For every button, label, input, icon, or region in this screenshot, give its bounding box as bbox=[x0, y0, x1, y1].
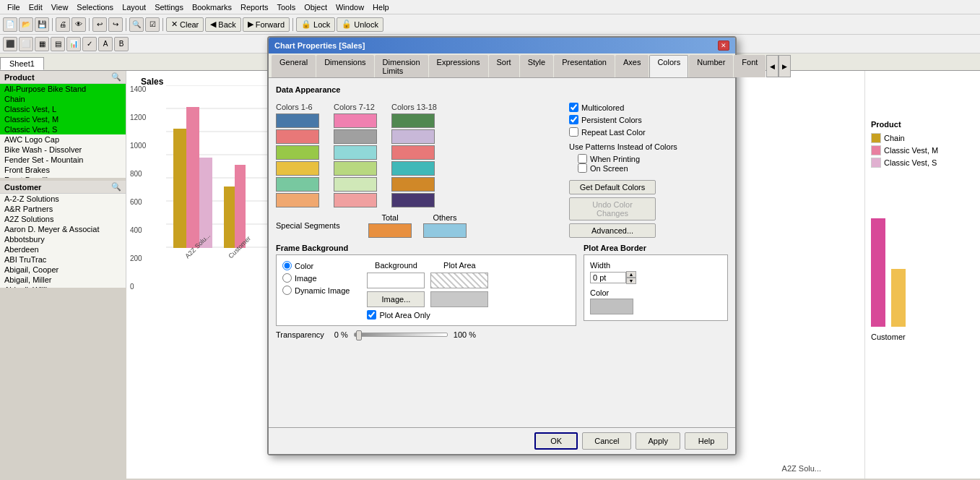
when-printing-checkbox[interactable] bbox=[578, 154, 587, 163]
image-btn[interactable]: Image... bbox=[367, 291, 425, 307]
color-swatch-12[interactable] bbox=[334, 193, 377, 207]
plot-area-only-checkbox[interactable] bbox=[367, 310, 376, 320]
product-item-6[interactable]: Bike Wash - Dissolver bbox=[0, 145, 126, 155]
advanced-btn[interactable]: Advanced... bbox=[569, 223, 656, 238]
color-swatch-9[interactable] bbox=[334, 145, 377, 160]
tab-nav-right[interactable]: ▶ bbox=[779, 55, 791, 77]
customer-item-3[interactable]: Aaron D. Meyer & Associat bbox=[0, 224, 126, 234]
ok-btn[interactable]: OK bbox=[534, 432, 578, 450]
color-swatch-14[interactable] bbox=[391, 129, 435, 144]
apply-btn[interactable]: Apply bbox=[636, 432, 680, 450]
image-radio[interactable] bbox=[282, 273, 292, 283]
customer-item-1[interactable]: A&R Partners bbox=[0, 204, 126, 214]
customer-item-5[interactable]: Aberdeen bbox=[0, 244, 126, 254]
color-swatch-16[interactable] bbox=[391, 161, 435, 176]
color-radio-item[interactable]: Color bbox=[282, 261, 350, 270]
tb2-btn3[interactable]: ▦ bbox=[35, 37, 49, 51]
tab-axes[interactable]: Axes bbox=[615, 55, 649, 77]
select-btn[interactable]: ☑ bbox=[145, 17, 160, 32]
search-btn[interactable]: 🔍 bbox=[129, 17, 144, 32]
open-btn[interactable]: 📂 bbox=[19, 17, 33, 32]
color-swatch-3[interactable] bbox=[276, 145, 319, 160]
color-swatch-1[interactable] bbox=[276, 113, 319, 128]
tab-dimension-limits[interactable]: Dimension Limits bbox=[375, 55, 428, 77]
customer-item-4[interactable]: Abbotsbury bbox=[0, 234, 126, 244]
color-swatch-15[interactable] bbox=[391, 145, 435, 160]
color-swatch-4[interactable] bbox=[276, 161, 319, 176]
tab-colors[interactable]: Colors bbox=[649, 55, 688, 77]
product-item-2[interactable]: Classic Vest, L bbox=[0, 104, 126, 114]
menu-object[interactable]: Object bbox=[300, 2, 331, 12]
menu-reports[interactable]: Reports bbox=[236, 2, 273, 12]
tb2-btn5[interactable]: 📊 bbox=[66, 37, 81, 51]
tab-dimensions[interactable]: Dimensions bbox=[316, 55, 373, 77]
product-item-1[interactable]: Chain bbox=[0, 94, 126, 104]
on-screen-checkbox[interactable] bbox=[578, 163, 587, 173]
dynamic-image-radio-item[interactable]: Dynamic Image bbox=[282, 286, 350, 295]
total-color-swatch[interactable] bbox=[368, 223, 412, 238]
forward-btn[interactable]: ▶ Forward bbox=[243, 17, 290, 32]
dialog-close-btn[interactable]: ✕ bbox=[718, 40, 729, 51]
tab-sort[interactable]: Sort bbox=[489, 55, 519, 77]
background-color-swatch[interactable] bbox=[367, 273, 425, 288]
redo-btn[interactable]: ↪ bbox=[108, 17, 123, 32]
undo-color-changes-btn[interactable]: Undo Color Changes bbox=[569, 197, 656, 220]
menu-file[interactable]: File bbox=[3, 2, 25, 12]
tb2-btn6[interactable]: ✓ bbox=[82, 37, 97, 51]
clear-btn[interactable]: ✕ Clear bbox=[166, 17, 204, 32]
menu-layout[interactable]: Layout bbox=[118, 2, 150, 12]
save-btn[interactable]: 💾 bbox=[35, 17, 49, 32]
customer-item-2[interactable]: A2Z Solutions bbox=[0, 214, 126, 224]
multicolored-checkbox[interactable] bbox=[569, 103, 578, 112]
cancel-btn[interactable]: Cancel bbox=[582, 432, 631, 450]
tab-nav-left[interactable]: ◀ bbox=[766, 55, 779, 77]
tab-presentation[interactable]: Presentation bbox=[554, 55, 615, 77]
transparency-slider-track[interactable] bbox=[354, 333, 448, 337]
product-item-7[interactable]: Fender Set - Mountain bbox=[0, 155, 126, 165]
spinbox-up[interactable]: ▲ bbox=[626, 271, 636, 278]
menu-edit[interactable]: Edit bbox=[25, 2, 47, 12]
unlock-btn[interactable]: 🔓 Unlock bbox=[337, 17, 383, 32]
dynamic-image-radio[interactable] bbox=[282, 286, 292, 295]
image-radio-item[interactable]: Image bbox=[282, 273, 350, 283]
undo-btn[interactable]: ↩ bbox=[92, 17, 107, 32]
color-swatch-13[interactable] bbox=[391, 113, 435, 128]
menu-tools[interactable]: Tools bbox=[272, 2, 300, 12]
others-color-swatch[interactable] bbox=[423, 223, 467, 238]
customer-item-6[interactable]: ABI TruTrac bbox=[0, 254, 126, 265]
customer-item-8[interactable]: Abigail, Miller bbox=[0, 275, 126, 285]
tb2-btn7[interactable]: A bbox=[98, 37, 113, 51]
menu-view[interactable]: View bbox=[47, 2, 73, 12]
product-item-0[interactable]: All-Purpose Bike Stand bbox=[0, 84, 126, 94]
customer-item-7[interactable]: Abigail, Cooper bbox=[0, 265, 126, 275]
tb2-btn1[interactable]: ⬛ bbox=[3, 37, 17, 51]
repeat-last-color-checkbox[interactable] bbox=[569, 127, 578, 137]
tab-expressions[interactable]: Expressions bbox=[429, 55, 488, 77]
color-swatch-7[interactable] bbox=[334, 113, 377, 128]
product-item-5[interactable]: AWC Logo Cap bbox=[0, 134, 126, 145]
tb2-btn4[interactable]: ▤ bbox=[51, 37, 65, 51]
tab-general[interactable]: General bbox=[272, 55, 316, 77]
product-item-3[interactable]: Classic Vest, M bbox=[0, 114, 126, 124]
color-radio[interactable] bbox=[282, 261, 292, 270]
color-swatch-6[interactable] bbox=[276, 193, 319, 207]
color-swatch-8[interactable] bbox=[334, 129, 377, 144]
width-input[interactable] bbox=[590, 272, 626, 283]
new-btn[interactable]: 📄 bbox=[3, 17, 17, 32]
transparency-slider-thumb[interactable] bbox=[356, 330, 362, 340]
menu-settings[interactable]: Settings bbox=[150, 2, 188, 12]
menu-selections[interactable]: Selections bbox=[72, 2, 118, 12]
preview-btn[interactable]: 👁 bbox=[71, 17, 86, 32]
lock-btn[interactable]: 🔒 Lock bbox=[296, 17, 335, 32]
tab-number[interactable]: Number bbox=[689, 55, 733, 77]
customer-search-icon[interactable]: 🔍 bbox=[111, 182, 121, 192]
back-btn[interactable]: ◀ Back bbox=[205, 17, 240, 32]
color-swatch-2[interactable] bbox=[276, 129, 319, 144]
color-swatch-17[interactable] bbox=[391, 177, 435, 192]
sheet-tab-1[interactable]: Sheet1 bbox=[0, 57, 44, 70]
get-default-colors-btn[interactable]: Get Default Colors bbox=[569, 180, 656, 194]
help-btn[interactable]: Help bbox=[685, 432, 728, 450]
tab-font[interactable]: Font bbox=[734, 55, 766, 77]
color-swatch-5[interactable] bbox=[276, 177, 319, 192]
menu-window[interactable]: Window bbox=[331, 2, 368, 12]
